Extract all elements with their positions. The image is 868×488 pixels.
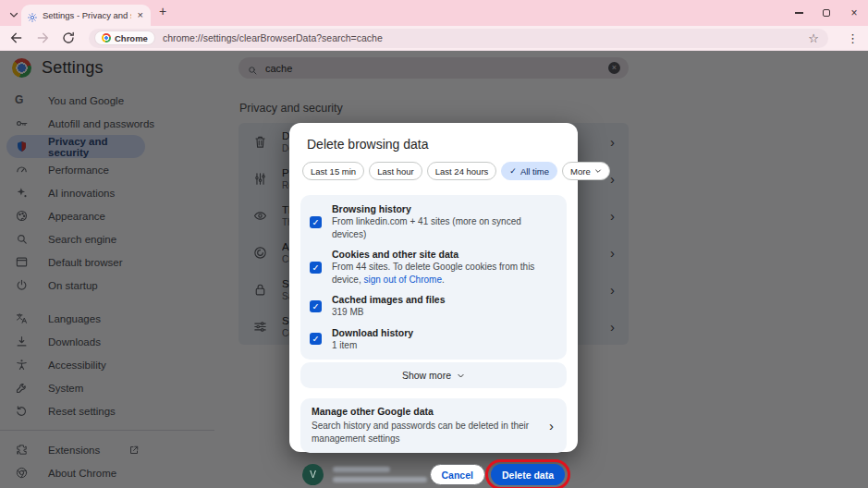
time-range-chips: Last 15 minLast hourLast 24 hours✓All ti… [302,162,567,180]
data-type-cookies-and-other-site-data[interactable]: ✓Cookies and other site dataFrom 44 site… [310,249,556,286]
url-text: chrome://settings/clearBrowserData?searc… [163,32,808,43]
tab-title: Settings - Privacy and security [43,10,131,20]
reload-icon[interactable] [61,30,76,45]
tab-search-chevron-icon[interactable] [8,7,19,18]
data-type-cached-images-and-files[interactable]: ✓Cached images and files319 MB [310,294,556,319]
bookmark-star-icon[interactable]: ☆ [808,31,819,45]
checkbox-checked-icon[interactable]: ✓ [310,333,322,345]
check-icon: ✓ [509,166,517,176]
chip-label: All time [520,166,549,177]
data-type-desc: From linkedin.com + 41 sites (more on sy… [332,215,554,240]
address-bar[interactable]: Chrome chrome://settings/clearBrowserDat… [89,29,828,48]
tab-close-icon[interactable]: × [136,9,145,21]
chip-label: More [570,166,591,177]
account-avatar: V [302,464,324,485]
checkbox-checked-icon[interactable]: ✓ [310,262,322,274]
time-range-chip-last-hour[interactable]: Last hour [369,162,422,180]
show-more-label: Show more [402,370,451,381]
browser-titlebar: Settings - Privacy and security × + × [0,0,868,26]
data-type-browsing-history[interactable]: ✓Browsing historyFrom linkedin.com + 41 … [310,203,556,240]
chip-label: Last hour [377,166,414,177]
minimize-button[interactable] [785,0,813,26]
new-tab-button[interactable]: + [159,4,166,18]
show-more-button[interactable]: Show more [300,362,567,388]
browser-toolbar: Chrome chrome://settings/clearBrowserDat… [0,26,868,51]
browser-window: Settings - Privacy and security × + × Ch… [0,0,868,488]
data-type-label: Download history [332,327,413,338]
chip-label: Last 15 min [311,166,356,177]
time-range-chip-last-24-hours[interactable]: Last 24 hours [427,162,497,180]
time-range-chip-more[interactable]: More [562,162,610,180]
data-type-desc: 319 MB [332,306,446,319]
manage-desc: Search history and passwords can be dele… [312,420,538,445]
dialog-footer: V Cancel Delete data [300,464,567,485]
data-types-list: ✓Browsing historyFrom linkedin.com + 41 … [300,195,567,360]
window-controls: × [785,0,868,26]
chip-label: Last 24 hours [435,166,489,177]
account-email-redacted [333,477,427,482]
sign-out-link[interactable]: sign out of Chrome [363,274,442,285]
browser-menu-icon[interactable]: ⋮ [847,31,859,45]
delete-data-button[interactable]: Delete data [491,464,565,485]
chrome-badge-label: Chrome [115,33,148,43]
settings-gear-icon [27,10,38,21]
account-name-redacted [333,467,390,472]
checkbox-checked-icon[interactable]: ✓ [310,300,322,312]
checkbox-checked-icon[interactable]: ✓ [310,216,322,228]
data-type-label: Browsing history [332,203,554,214]
settings-page: Settings × GYou and GoogleAutofill and p… [0,51,868,488]
data-type-download-history[interactable]: ✓Download history1 item [310,327,556,352]
cancel-button[interactable]: Cancel [430,464,485,485]
chrome-logo-icon [102,33,111,43]
time-range-chip-all-time[interactable]: ✓All time [501,162,557,180]
browser-tab[interactable]: Settings - Privacy and security × [21,5,151,26]
manage-title: Manage other Google data [312,406,549,417]
account-info-redacted [333,467,427,482]
chevron-right-icon: › [549,418,554,433]
dialog-title: Delete browsing data [307,137,567,152]
manage-other-google-data-row[interactable]: Manage other Google data Search history … [300,398,567,453]
delete-browsing-data-dialog: Delete browsing data Last 15 minLast hou… [289,123,578,452]
chevron-down-icon [457,372,465,380]
forward-icon[interactable] [35,30,50,45]
chevron-down-icon [594,167,602,175]
back-icon[interactable] [9,30,24,45]
time-range-chip-last-15-min[interactable]: Last 15 min [302,162,364,180]
data-type-label: Cookies and other site data [332,249,554,260]
data-type-label: Cached images and files [332,294,446,305]
data-type-desc: From 44 sites. To delete Google cookies … [332,261,554,286]
close-button[interactable]: × [840,0,868,26]
chrome-badge: Chrome [94,30,155,45]
data-type-desc: 1 item [332,339,413,352]
maximize-button[interactable] [813,0,840,26]
